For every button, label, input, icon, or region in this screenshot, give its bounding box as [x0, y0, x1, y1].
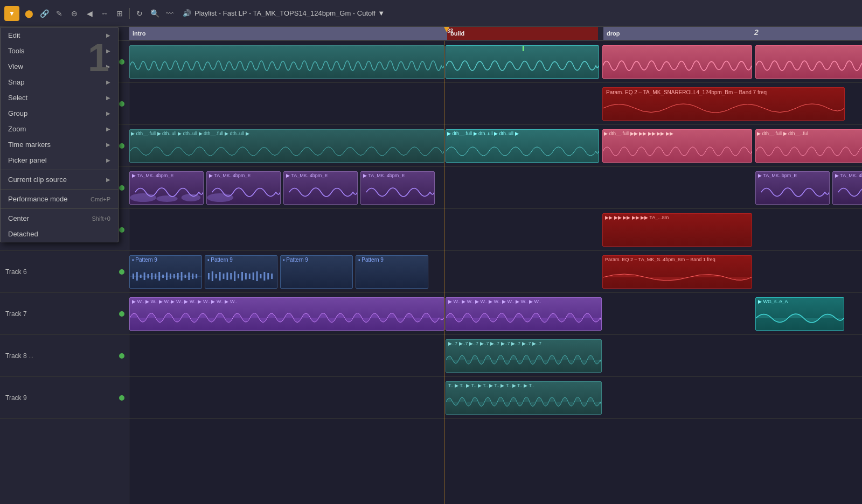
clip-t3-drop2[interactable]: ▶ dth__.full ▶ dth__..ful	[755, 129, 862, 163]
grid-icon[interactable]: ⊞	[113, 7, 126, 20]
clip-t6-3[interactable]: ▪ Pattern 9	[280, 255, 353, 289]
clip-t7-drop[interactable]: ▶ WG_s..e_A	[755, 297, 844, 331]
svg-rect-12	[158, 272, 160, 281]
svg-rect-6	[136, 272, 138, 281]
magnet-icon[interactable]: 🔗	[38, 7, 51, 20]
svg-rect-9	[148, 274, 149, 278]
menu-item-performance-mode[interactable]: Performance mode Cmd+P	[1, 191, 118, 207]
playlist-title: 🔊 Playlist - Fast LP - TA_MK_TOPS14_124b…	[183, 9, 385, 17]
dropdown-arrow: ▼	[9, 10, 15, 17]
speaker-icon[interactable]: ◀	[83, 7, 96, 20]
clip-t4-6[interactable]: ▶ TA_MK..4bpm_E	[832, 171, 862, 205]
clip-t4-3[interactable]: ▶ TA_MK..4bpm_E	[283, 171, 358, 205]
playhead-triangle	[444, 27, 449, 32]
svg-rect-22	[196, 274, 197, 278]
svg-rect-36	[256, 271, 258, 281]
svg-rect-39	[267, 273, 269, 279]
svg-rect-14	[166, 272, 168, 280]
track-active-dot-4	[119, 185, 124, 191]
svg-rect-25	[215, 274, 217, 278]
clip-t4-1[interactable]: ▶ TA_MK..4bpm_E	[129, 171, 204, 205]
record-icon[interactable]: ⬤	[23, 7, 36, 20]
track-active-dot-5	[119, 227, 124, 233]
menu-item-group[interactable]: Group ▶	[1, 106, 118, 121]
menu-item-current-clip-source[interactable]: Current clip source ▶	[1, 172, 118, 187]
svg-rect-24	[212, 271, 213, 281]
clip-t4-2[interactable]: ▶ TA_MK..4bpm_E	[206, 171, 281, 205]
clip-t3-intro[interactable]: ▶ dth__.full ▶ dth..ull ▶ dth..ull ▶ dth…	[129, 129, 444, 163]
menu-item-detached[interactable]: Detached	[1, 226, 118, 242]
track-label-8[interactable]: Track 8 ...	[0, 335, 129, 377]
clip-t4-5[interactable]: ▶ TA_MK..bpm_E	[755, 171, 830, 205]
menu-arrow-select: ▶	[106, 95, 110, 101]
clip-t2-drop[interactable]: Param. EQ 2 – TA_MK_SNAREROLL4_124bpm_Bm…	[602, 87, 845, 121]
zoom-icon[interactable]: 🔍	[148, 7, 161, 20]
main-menu: 1 Edit ▶ Tools ▶ View ▶ Snap ▶ Select ▶ …	[0, 27, 119, 242]
track-label-9[interactable]: Track 9	[0, 377, 129, 419]
clip-t1-intro[interactable]	[129, 45, 444, 79]
menu-item-picker-panel[interactable]: Picker panel ▶	[1, 152, 118, 168]
clip-t6-4[interactable]: ▪ Pattern 9	[356, 255, 428, 289]
svg-rect-35	[253, 272, 254, 280]
menu-arrow-snap: ▶	[106, 79, 110, 85]
track-row-1	[129, 41, 862, 83]
clip-t6-drop[interactable]: Param. EQ 2 – TA_MK_S..4bpm_Bm – Band 1 …	[602, 255, 752, 289]
track-row-8: ▶..7 ▶..7 ▶..7 ▶..7 ▶..7 ▶..7 ▶..7 ▶..7 …	[129, 335, 862, 377]
clip-t7-intro[interactable]: ▶ W.. ▶ W.. ▶ W..▶ W.. ▶ W.. ▶ W.. ▶ W..…	[129, 297, 444, 331]
svg-rect-33	[245, 273, 247, 279]
separator-1	[129, 8, 130, 19]
menu-item-snap[interactable]: Snap ▶	[1, 74, 118, 90]
clip-t8-build[interactable]: ▶..7 ▶..7 ▶..7 ▶..7 ▶..7 ▶..7 ▶..7 ▶..7 …	[446, 339, 602, 373]
svg-rect-23	[208, 273, 210, 279]
track-area: ck 1 ck 2 ck 3 ck 4 Track 5 Track 6 Trac…	[0, 41, 862, 504]
clip-t9-build[interactable]: T.. ▶ T.. ▶ T.. ▶ T.. ▶ T.. ▶ T.. ▶ T.. …	[446, 381, 602, 415]
track-active-dot-9	[119, 395, 124, 401]
svg-rect-37	[260, 274, 261, 278]
menu-item-tools[interactable]: Tools ▶	[1, 43, 118, 59]
track-active-dot-3	[119, 143, 124, 149]
track-row-4: ▶ TA_MK..4bpm_E ▶ TA_MK..4bpm_E ▶ TA_MK.…	[129, 167, 862, 209]
track-label-6[interactable]: Track 6	[0, 251, 129, 293]
bar-marker-2: 2	[754, 28, 759, 37]
menu-item-center[interactable]: Center Shift+0	[1, 211, 118, 226]
menu-item-edit[interactable]: Edit ▶	[1, 27, 118, 43]
menu-arrow-edit: ▶	[106, 32, 110, 38]
clip-t6-2[interactable]: ▪ Pattern 9	[205, 255, 277, 289]
cut-icon[interactable]: ⊖	[68, 7, 81, 20]
clip-t3-build[interactable]: ▶ dth__.full ▶ dth..ull ▶ dth..ull ▶	[446, 129, 599, 163]
clip-t5-drop[interactable]: ▶▶ ▶▶ ▶▶ ▶▶ ▶▶ TA_...8m	[602, 213, 752, 247]
section-intro: intro	[129, 27, 447, 40]
waveform-t2	[603, 97, 844, 119]
menu-item-zoom[interactable]: Zoom ▶	[1, 121, 118, 137]
svg-rect-20	[188, 272, 190, 280]
clip-t3-drop1[interactable]: ▶ dth__.full ▶▶ ▶▶ ▶▶ ▶▶ ▶▶	[602, 129, 752, 163]
clip-t4-4[interactable]: ▶ TA_MK..4bpm_E	[360, 171, 435, 205]
menu-separator-2	[1, 189, 118, 190]
svg-rect-7	[140, 275, 142, 278]
svg-rect-16	[173, 274, 175, 278]
menu-arrow-zoom: ▶	[106, 126, 110, 132]
wave-icon[interactable]: 〰	[163, 7, 176, 20]
playlist-name: Playlist - Fast LP - TA_MK_TOPS14_124bpm…	[194, 9, 376, 17]
menu-item-time-markers[interactable]: Time markers ▶	[1, 137, 118, 152]
arrows-icon[interactable]: ↔	[98, 7, 111, 20]
clip-t1-drop2[interactable]	[755, 45, 862, 79]
clip-t1-build[interactable]	[446, 45, 599, 79]
pencil-icon[interactable]: ✎	[53, 7, 66, 20]
clip-t6-1[interactable]: ▪ Pattern 9	[129, 255, 202, 289]
svg-point-0	[130, 193, 156, 202]
track-label-7[interactable]: Track 7	[0, 293, 129, 335]
playhead-line	[444, 41, 444, 504]
menu-item-view[interactable]: View ▶	[1, 59, 118, 74]
waveform-t1-build	[446, 54, 599, 78]
clip-t7-build[interactable]: ▶ W.. ▶ W.. ▶ W.. ▶ W.. ▶ W.. ▶ W.. ▶ W.…	[446, 297, 602, 331]
menu-item-select[interactable]: Select ▶	[1, 90, 118, 106]
menu-button[interactable]: ▼	[4, 6, 19, 21]
svg-rect-15	[170, 274, 171, 279]
loop-icon[interactable]: ↻	[133, 7, 146, 20]
menu-arrow-current-clip: ▶	[106, 177, 110, 183]
clip-t1-drop1[interactable]	[602, 45, 752, 79]
title-dropdown-arrow[interactable]: ▼	[378, 9, 385, 17]
menu-arrow-view: ▶	[106, 64, 110, 69]
svg-rect-29	[230, 273, 232, 279]
